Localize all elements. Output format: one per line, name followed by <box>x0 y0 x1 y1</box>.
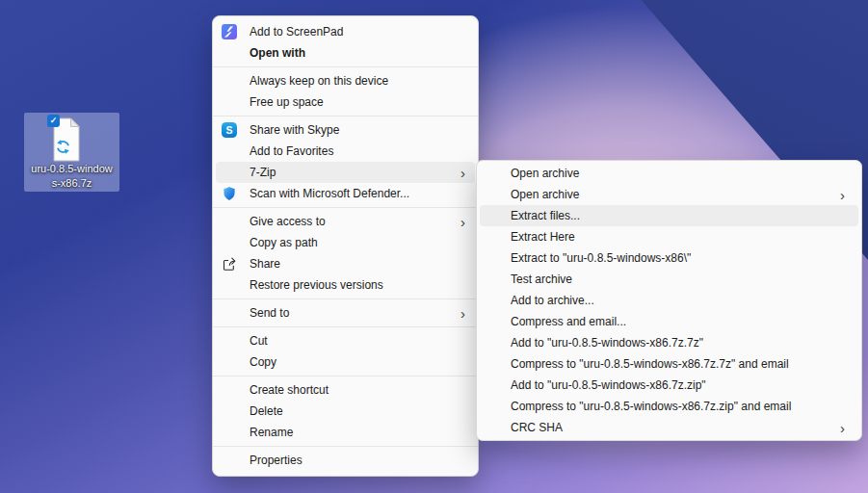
submenu-item-label: Open archive <box>511 188 840 201</box>
menu-item-restore-previous-versions[interactable]: Restore previous versions <box>216 274 475 296</box>
submenu-item-extract-to[interactable]: Extract to "uru-0.8.5-windows-x86\" <box>480 247 858 269</box>
submenu-item-label: Compress and email... <box>511 315 847 328</box>
menu-item-share[interactable]: Share <box>216 253 475 274</box>
menu-item-label: Scan with Microsoft Defender... <box>250 187 475 200</box>
submenu-item-label: Compress to "uru-0.8.5-windows-x86.7z.zi… <box>511 400 847 413</box>
icon-spacer <box>222 382 237 398</box>
menu-item-give-access-to[interactable]: Give access to › <box>216 211 475 232</box>
menu-item-label: Send to <box>250 306 460 320</box>
submenu-item-label: Compress to "uru-0.8.5-windows-x86.7z.7z… <box>511 357 847 371</box>
selected-check-badge: ✓ <box>47 115 60 127</box>
menu-item-properties[interactable]: Properties <box>216 450 475 471</box>
submenu-item-compress-and-email[interactable]: Compress and email... <box>480 311 858 332</box>
menu-item-label: Add to Favorites <box>250 144 475 158</box>
menu-separator <box>213 298 478 299</box>
submenu-item-add-to-archive[interactable]: Add to archive... <box>480 290 858 311</box>
menu-item-label: 7-Zip <box>250 166 460 179</box>
menu-item-label: Copy <box>250 355 475 369</box>
menu-item-add-to-favorites[interactable]: Add to Favorites <box>216 141 475 162</box>
icon-spacer <box>222 354 237 370</box>
submenu-item-extract-files[interactable]: Extract files... <box>480 205 858 226</box>
menu-separator <box>213 326 478 327</box>
submenu-item-label: Open archive <box>511 167 847 180</box>
menu-item-free-up-space[interactable]: Free up space <box>216 91 475 113</box>
icon-spacer <box>222 214 237 229</box>
menu-separator <box>213 66 478 67</box>
submenu-item-extract-here[interactable]: Extract Here <box>480 226 858 247</box>
context-menu: Add to ScreenPad Open with Always keep o… <box>212 15 479 477</box>
share-icon <box>222 256 237 272</box>
menu-item-label: Cut <box>250 334 475 348</box>
menu-item-label: Always keep on this device <box>250 74 475 88</box>
submenu-item-label: Extract to "uru-0.8.5-windows-x86\" <box>511 251 847 265</box>
screenpad-icon <box>222 24 237 39</box>
icon-spacer <box>222 143 237 159</box>
menu-item-7zip[interactable]: 7-Zip › <box>216 162 475 183</box>
file-name-line2: s-x86.7z <box>24 176 119 191</box>
menu-item-scan-with-defender[interactable]: Scan with Microsoft Defender... <box>216 183 475 204</box>
menu-item-create-shortcut[interactable]: Create shortcut <box>216 379 475 401</box>
submenu-item-label: Add to "uru-0.8.5-windows-x86.7z.zip" <box>511 378 847 392</box>
icon-spacer <box>222 425 237 440</box>
icon-spacer <box>222 73 237 89</box>
chevron-right-icon: › <box>840 421 845 435</box>
chevron-right-icon: › <box>460 306 465 321</box>
submenu-item-compress-to-7z-and-email[interactable]: Compress to "uru-0.8.5-windows-x86.7z.7z… <box>480 353 858 375</box>
icon-spacer <box>222 94 237 110</box>
chevron-right-icon: › <box>840 188 845 202</box>
submenu-item-add-to-7z[interactable]: Add to "uru-0.8.5-windows-x86.7z.7z" <box>480 332 858 353</box>
skype-initial: S <box>225 124 232 136</box>
menu-item-label: Open with <box>250 46 475 60</box>
desktop-file-icon[interactable]: ✓ uru-0.8.5-window s-x86.7z <box>24 113 119 192</box>
submenu-item-label: CRC SHA <box>511 421 840 434</box>
menu-separator <box>213 446 478 447</box>
menu-item-copy[interactable]: Copy <box>216 351 475 373</box>
menu-item-send-to[interactable]: Send to › <box>216 302 475 324</box>
skype-icon: S <box>222 122 237 138</box>
menu-item-label: Share with Skype <box>250 123 475 137</box>
menu-separator <box>213 207 478 208</box>
menu-item-label: Free up space <box>250 95 475 109</box>
menu-item-label: Rename <box>250 426 475 439</box>
7zip-submenu: Open archive Open archive › Extract file… <box>476 160 862 441</box>
icon-spacer <box>222 235 237 250</box>
icon-spacer <box>222 305 237 321</box>
submenu-item-open-archive[interactable]: Open archive <box>480 163 858 184</box>
onedrive-sync-icon <box>55 139 71 159</box>
chevron-right-icon: › <box>460 215 465 229</box>
menu-item-label: Delete <box>250 404 475 418</box>
menu-item-cut[interactable]: Cut <box>216 330 475 351</box>
icon-spacer <box>222 453 237 468</box>
menu-item-label: Restore previous versions <box>250 278 475 292</box>
menu-item-delete[interactable]: Delete <box>216 401 475 422</box>
submenu-item-open-archive-2[interactable]: Open archive › <box>480 184 858 205</box>
menu-separator <box>213 116 478 117</box>
menu-item-always-keep-on-this-device[interactable]: Always keep on this device <box>216 70 475 91</box>
menu-item-label: Properties <box>250 454 475 467</box>
menu-item-copy-as-path[interactable]: Copy as path <box>216 232 475 253</box>
icon-spacer <box>222 333 237 349</box>
submenu-item-label: Add to archive... <box>511 294 847 307</box>
defender-shield-icon <box>222 186 237 201</box>
menu-item-rename[interactable]: Rename <box>216 422 475 443</box>
desktop-wallpaper[interactable]: ✓ uru-0.8.5-window s-x86.7z <box>0 0 868 493</box>
icon-spacer <box>222 277 237 293</box>
submenu-item-add-to-zip[interactable]: Add to "uru-0.8.5-windows-x86.7z.zip" <box>480 375 858 396</box>
submenu-item-compress-to-zip-and-email[interactable]: Compress to "uru-0.8.5-windows-x86.7z.zi… <box>480 396 858 417</box>
submenu-item-label: Extract Here <box>511 230 847 244</box>
menu-separator <box>213 376 478 376</box>
menu-item-add-to-screenpad[interactable]: Add to ScreenPad <box>216 21 475 42</box>
menu-item-open-with[interactable]: Open with <box>216 42 475 64</box>
submenu-item-label: Add to "uru-0.8.5-windows-x86.7z.7z" <box>511 336 847 350</box>
submenu-item-crc-sha[interactable]: CRC SHA › <box>480 417 858 438</box>
file-name-line1: uru-0.8.5-window <box>24 162 119 176</box>
menu-item-share-with-skype[interactable]: S Share with Skype <box>216 119 475 141</box>
file-name-label: uru-0.8.5-window s-x86.7z <box>24 162 119 190</box>
menu-item-label: Share <box>250 257 475 271</box>
icon-spacer <box>222 165 237 180</box>
submenu-item-test-archive[interactable]: Test archive <box>480 269 858 290</box>
submenu-item-label: Extract files... <box>511 209 847 222</box>
icon-spacer <box>222 45 237 61</box>
chevron-right-icon: › <box>460 166 465 180</box>
menu-item-label: Add to ScreenPad <box>250 25 475 39</box>
